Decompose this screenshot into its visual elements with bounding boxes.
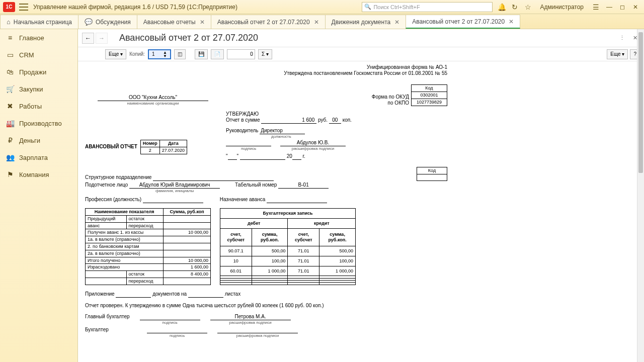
close-icon[interactable]: ✕ <box>509 18 514 25</box>
checked-line: Отчет проверен. К утверждению в сумме Од… <box>85 303 447 309</box>
document-title: Авансовый отчет 2 от 27.07.2020 <box>119 33 258 43</box>
indicators-table: Наименование показателяСумма, руб.коп Пр… <box>85 208 211 285</box>
buh-line: Бухгалтер подпись расшифровка подписи <box>85 327 447 338</box>
bell-icon[interactable]: 🔔 <box>498 3 506 11</box>
sidebar-item-production[interactable]: 🏭Производство <box>0 115 77 132</box>
minimize-button[interactable]: — <box>604 3 615 12</box>
tab-expense-reports[interactable]: Авансовые отчеты✕ <box>137 15 211 29</box>
copies-label: Копий: <box>129 51 145 57</box>
home-icon: ⌂ <box>7 18 11 26</box>
sidebar-item-purchases[interactable]: 🛒Закупки <box>0 80 77 98</box>
sigma-button[interactable]: Σ ▾ <box>258 49 272 59</box>
factory-icon: 🏭 <box>6 119 14 127</box>
tab-discussions[interactable]: 💬Обсуждения <box>78 15 137 29</box>
print-form: Унифицированная форма № АО-1 Утверждена … <box>85 64 447 338</box>
settings-icon[interactable]: ☰ <box>592 3 600 11</box>
accounting-table: Бухгалтерская запись дебеткредит счет, с… <box>220 208 356 285</box>
tab-expense-report-2a[interactable]: Авансовый отчет 2 от 27.07.2020✕ <box>211 15 326 29</box>
kebab-icon[interactable]: ⋮ <box>617 33 627 43</box>
sidebar-item-works[interactable]: ✖Работы <box>0 98 77 115</box>
star-icon[interactable]: ☆ <box>524 3 532 11</box>
scrollbar-thumb[interactable] <box>638 32 643 173</box>
org-sub: наименование организации <box>85 101 221 106</box>
sidebar-item-crm[interactable]: ▭CRM <box>0 46 77 63</box>
search-input[interactable]: 🔍 Поиск Ctrl+Shift+F <box>362 2 493 12</box>
close-window-button[interactable]: ✕ <box>630 3 641 12</box>
form-title: АВАНСОВЫЙ ОТЧЕТ <box>85 144 137 150</box>
code2-table: Код <box>417 167 447 182</box>
copies-spinner[interactable]: 1▲▼ <box>148 49 171 59</box>
more-button[interactable]: Еще ▾ <box>105 49 126 59</box>
history-icon[interactable]: ↻ <box>511 3 519 11</box>
more-button-right[interactable]: Еще ▾ <box>607 49 628 59</box>
close-icon[interactable]: ✕ <box>314 19 319 26</box>
zero-field[interactable]: 0 <box>227 49 255 59</box>
content-header: ← → Авансовый отчет 2 от 27.07.2020 ⋮ ✕ <box>78 29 644 47</box>
ruble-icon: ₽ <box>6 136 14 144</box>
logo-1c-icon: 1C <box>3 2 15 12</box>
approve-label: УТВЕРЖДАЮ <box>226 111 447 117</box>
export-button[interactable]: 📄 <box>211 49 224 59</box>
flag-icon: ⚑ <box>6 170 14 178</box>
sidebar-item-company[interactable]: ⚑Компания <box>0 166 77 183</box>
codes-table: Код 0302001 1027739829 <box>411 84 447 106</box>
tools-icon: ✖ <box>6 102 14 110</box>
title-icons: 🔔 ↻ ☆ Администратор ☰ <box>498 3 600 11</box>
tab-movements[interactable]: Движения документа✕ <box>325 15 407 29</box>
people-icon: 👥 <box>6 153 14 161</box>
tab-home[interactable]: ⌂Начальная страница <box>0 15 78 29</box>
glbuh-line: Главный бухгалтер подпись Петрова М.А.ра… <box>85 314 447 325</box>
struct-label: Структурное подразделение <box>85 174 151 180</box>
card-icon: ▭ <box>6 51 14 59</box>
tab-expense-report-2b[interactable]: Авансовый отчет 2 от 27.07.2020✕ <box>406 15 520 29</box>
tabbar: ⌂Начальная страница 💬Обсуждения Авансовы… <box>0 14 644 29</box>
org-name: ООО "Кухни Ассоль" <box>98 95 208 101</box>
bag-icon: 🛍 <box>6 68 14 76</box>
toolbar: Еще ▾ Копий: 1▲▼ ◫ 💾 📄 0 Σ ▾ Еще ▾ ? <box>78 47 644 61</box>
vertical-scrollbar[interactable] <box>637 29 644 362</box>
sidebar-item-salary[interactable]: 👥Зарплата <box>0 149 77 166</box>
menu-icon: ≡ <box>6 34 14 42</box>
sidebar: ≡Главное ▭CRM 🛍Продажи 🛒Закупки ✖Работы … <box>0 29 78 362</box>
app-title: Управление нашей фирмой, редакция 1.6 / … <box>33 4 237 11</box>
main-menu-icon[interactable] <box>19 4 28 11</box>
save-button[interactable]: 💾 <box>195 49 208 59</box>
sidebar-item-main[interactable]: ≡Главное <box>0 29 77 46</box>
form-header1: Унифицированная форма № АО-1 <box>85 64 447 70</box>
sidebar-item-sales[interactable]: 🛍Продажи <box>0 63 77 80</box>
okud-label: Форма по ОКУД <box>372 94 409 100</box>
back-button[interactable]: ← <box>82 33 94 44</box>
document-area[interactable]: Унифицированная форма № АО-1 Утверждена … <box>78 61 644 362</box>
main-area: ≡Главное ▭CRM 🛍Продажи 🛒Закупки ✖Работы … <box>0 29 644 362</box>
maximize-button[interactable]: ◻ <box>617 3 628 12</box>
content: ← → Авансовый отчет 2 от 27.07.2020 ⋮ ✕ … <box>78 29 644 362</box>
titlebar: 1C Управление нашей фирмой, редакция 1.6… <box>0 0 644 14</box>
attachment-line: Приложение документов на листах <box>85 291 447 298</box>
window-controls: — ◻ ✕ <box>604 3 641 12</box>
forward-button[interactable]: → <box>96 33 108 44</box>
print-layout-button[interactable]: ◫ <box>174 49 186 59</box>
sidebar-item-money[interactable]: ₽Деньги <box>0 132 77 149</box>
chat-icon: 💬 <box>85 18 93 26</box>
num-date-table: НомерДата 227.07.2020 <box>140 140 187 154</box>
okpo-label: по ОКПО <box>372 100 409 106</box>
close-icon[interactable]: ✕ <box>200 19 205 26</box>
user-label[interactable]: Администратор <box>540 4 584 11</box>
cart-icon: 🛒 <box>6 85 14 93</box>
search-icon: 🔍 <box>364 4 371 10</box>
close-icon[interactable]: ✕ <box>394 19 399 26</box>
form-header2: Утверждена постановлением Госкомстата Ро… <box>85 70 447 76</box>
